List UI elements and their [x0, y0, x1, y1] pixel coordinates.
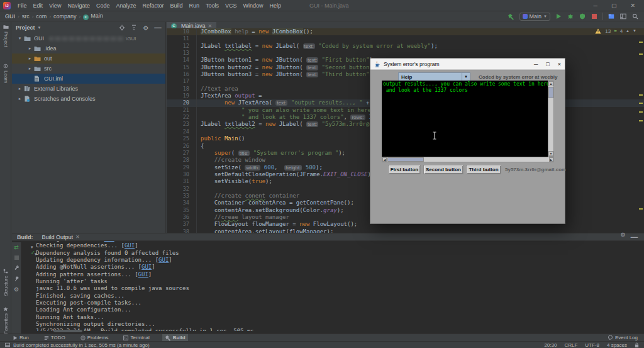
debug-icon[interactable]	[567, 13, 574, 20]
rerun-build-icon[interactable]: ⇄	[14, 244, 19, 250]
caret-position[interactable]: 20:30	[544, 342, 557, 348]
stripe-tab-learn[interactable]: Learn	[0, 64, 11, 83]
build-module-link[interactable]: GUI	[125, 242, 135, 249]
app-button-second[interactable]: Second button	[423, 165, 464, 174]
search-everywhere-icon[interactable]	[631, 13, 639, 20]
run-icon[interactable]	[555, 13, 562, 20]
coverage-icon[interactable]	[579, 13, 586, 20]
inspections-widget[interactable]: 13 ≈ 4 ▲ ▼	[594, 27, 636, 35]
stop-build-icon[interactable]	[14, 255, 19, 260]
run-config-select[interactable]: Main ▼	[519, 13, 550, 21]
help-combobox[interactable]: Help ▼	[398, 72, 470, 81]
chevron-right-icon[interactable]: ▸	[27, 46, 33, 51]
status-message[interactable]: Build completed successfully in 1 sec, 5…	[13, 342, 150, 348]
breadcrumb-item-com[interactable]: com	[36, 13, 47, 20]
menu-run[interactable]: Run	[186, 3, 203, 9]
vertical-scrollbar[interactable]: ▲ ▼	[548, 81, 554, 157]
code-line-11[interactable]: 11	[167, 35, 644, 42]
chevron-down-icon[interactable]: ▾	[17, 36, 23, 41]
build-module-link[interactable]: GUI	[142, 264, 152, 270]
code-line-38[interactable]: 38 contentArea.setLayout(flowManager);	[167, 228, 644, 233]
tree-item-out[interactable]: ▸out	[12, 53, 165, 64]
toolwindow-button-build[interactable]: Build	[162, 334, 188, 342]
chevron-right-icon[interactable]: ▸	[27, 56, 33, 61]
menu-view[interactable]: View	[46, 3, 64, 9]
menu-file[interactable]: File	[14, 3, 30, 9]
gear-icon[interactable]: ⚙	[621, 232, 626, 243]
next-issue-icon[interactable]: ▼	[633, 29, 636, 33]
menu-analyze[interactable]: Analyze	[113, 3, 139, 9]
build-output[interactable]: Writing classes... [GUI]Checking depende…	[36, 235, 627, 331]
tree-item-scratches-and-consoles[interactable]: ▸Scratches and Consoles	[12, 94, 165, 104]
menu-window[interactable]: Window	[240, 3, 267, 9]
build-scrollbar-thumb[interactable]	[53, 330, 82, 332]
tree-item-gui[interactable]: ▾GUI\GUI	[12, 33, 165, 43]
toolwindow-button-terminal[interactable]: Terminal	[121, 334, 152, 342]
collapse-all-icon[interactable]	[130, 24, 138, 31]
build-hammer-icon[interactable]	[508, 13, 515, 20]
chevron-right-icon[interactable]: ▸	[17, 86, 23, 91]
combobox-arrow-icon[interactable]: ▼	[462, 73, 470, 81]
filter-gear-icon[interactable]: ⚙	[14, 286, 19, 293]
close-icon[interactable]: ✕	[75, 234, 80, 240]
stripe-tab-favorites[interactable]: Favorites	[0, 306, 11, 334]
wrench-icon[interactable]	[14, 265, 19, 271]
minimize-icon[interactable]: ─	[594, 3, 597, 9]
breadcrumb-item-src[interactable]: src	[22, 13, 30, 20]
menu-build[interactable]: Build	[167, 3, 186, 9]
code-line-12[interactable]: 12JLabel txtlabel = new JLabel( text: "C…	[167, 43, 644, 50]
menu-refactor[interactable]: Refactor	[139, 3, 167, 9]
menu-help[interactable]: Help	[267, 3, 285, 9]
menu-navigate[interactable]: Navigate	[64, 3, 93, 9]
output-textarea[interactable]: output results..., you can also write so…	[382, 81, 548, 157]
toolwindow-button-problems[interactable]: Problems	[78, 334, 111, 342]
stop-icon[interactable]	[591, 13, 598, 20]
pin-icon[interactable]	[14, 276, 19, 281]
hide-panel-icon[interactable]: ─	[154, 24, 162, 31]
build-module-link[interactable]: GUI	[158, 257, 169, 263]
breadcrumb-item-company[interactable]: company	[53, 13, 77, 20]
prev-issue-icon[interactable]: ▲	[626, 29, 630, 33]
chevron-down-icon[interactable]: ▼	[38, 26, 42, 30]
gear-icon[interactable]: ⚙	[142, 24, 150, 31]
toolwindow-button-run[interactable]: Run	[10, 334, 31, 342]
menu-edit[interactable]: Edit	[30, 3, 47, 9]
breadcrumb-item-gui[interactable]: GUI	[5, 13, 15, 20]
tree-item-gui-iml[interactable]: GUI.iml	[12, 74, 165, 84]
stripe-tab-project[interactable]: Project	[0, 25, 11, 47]
chevron-right-icon[interactable]: ▸	[27, 66, 33, 71]
hide-panel-icon[interactable]: ─	[631, 232, 638, 243]
stripe-tab-structure[interactable]: Structure	[0, 269, 11, 296]
tree-item--idea[interactable]: ▸.idea	[12, 43, 165, 53]
app-titlebar[interactable]: System error's program ─ □ ×	[370, 59, 565, 70]
tree-item-external-libraries[interactable]: ▸External Libraries	[12, 84, 165, 94]
project-structure-icon[interactable]	[608, 13, 615, 20]
line-ending[interactable]: CRLF	[564, 342, 577, 348]
app-maximize-icon[interactable]: □	[546, 61, 549, 67]
code-line-13[interactable]: 13	[167, 50, 644, 57]
menu-code[interactable]: Code	[93, 3, 113, 9]
close-icon[interactable]: ✕	[630, 3, 635, 9]
project-panel-title[interactable]: Project	[16, 25, 35, 31]
code-line-10[interactable]: 10JComboBox help = new JComboBox();	[167, 28, 644, 35]
lock-icon[interactable]	[635, 342, 639, 348]
app-button-third[interactable]: Third button	[466, 165, 501, 174]
tab-build-output[interactable]: Build Output✕	[42, 234, 80, 240]
menu-tools[interactable]: Tools	[203, 3, 222, 9]
panel-icon[interactable]	[5, 342, 10, 347]
locate-file-icon[interactable]	[118, 24, 126, 31]
toolwindow-button-todo[interactable]: TODO	[42, 334, 68, 342]
horizontal-scrollbar[interactable]: ◀ ▶	[382, 157, 554, 162]
tree-item-src[interactable]: ▸src	[12, 64, 165, 74]
menu-vcs[interactable]: VCS	[222, 3, 240, 9]
chevron-right-icon[interactable]: ▸	[17, 96, 23, 101]
breadcrumb-item-main[interactable]: CMain	[83, 13, 103, 20]
build-module-link[interactable]: GUI	[138, 271, 148, 278]
error-stripe[interactable]	[638, 22, 644, 233]
layout-icon[interactable]	[619, 13, 627, 20]
indent-setting[interactable]: 4 spaces	[607, 342, 627, 348]
maximize-icon[interactable]: ▢	[611, 3, 617, 9]
app-close-icon[interactable]: ×	[558, 61, 561, 67]
app-minimize-icon[interactable]: ─	[534, 61, 538, 67]
encoding[interactable]: UTF-8	[585, 342, 599, 348]
